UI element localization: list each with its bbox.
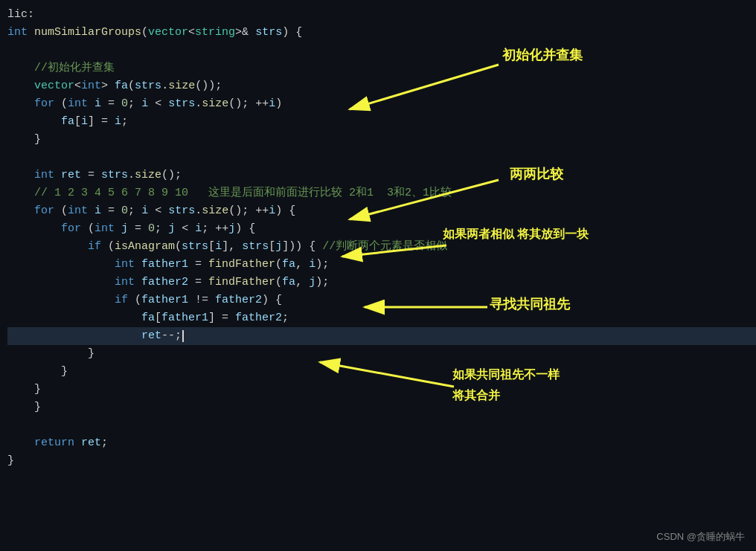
code-line: if (isAnagram(strs[i], strs[j])) { //判断两…	[7, 238, 756, 256]
code-line: }	[7, 363, 756, 381]
code-line	[7, 149, 756, 167]
code-container: lic: int numSimilarGroups(vector<string>…	[0, 0, 756, 551]
code-line: vector<int> fa(strs.size());	[7, 77, 756, 95]
code-line: }	[7, 345, 756, 363]
code-line: }	[7, 399, 756, 416]
code-line: int numSimilarGroups(vector<string>& str…	[7, 24, 756, 42]
code-line: for (int j = 0; j < i; ++j) {	[7, 220, 756, 238]
code-line: if (father1 != father2) {	[7, 291, 756, 309]
code-line: }	[7, 452, 756, 470]
code-line	[7, 416, 756, 434]
code-line: fa[i] = i;	[7, 113, 756, 131]
code-line: int father1 = findFather(fa, i);	[7, 256, 756, 274]
code-block: lic: int numSimilarGroups(vector<string>…	[0, 0, 756, 551]
code-line: ret--;	[7, 327, 756, 345]
code-line: int father2 = findFather(fa, j);	[7, 274, 756, 291]
csdn-watermark: CSDN @贪睡的蜗牛	[656, 530, 745, 544]
code-line: for (int i = 0; i < strs.size(); ++i) {	[7, 202, 756, 220]
code-line: int ret = strs.size();	[7, 167, 756, 184]
code-line: fa[father1] = father2;	[7, 309, 756, 327]
code-line: return ret;	[7, 434, 756, 452]
code-line: lic:	[7, 6, 756, 24]
code-line: // 1 2 3 4 5 6 7 8 9 10 这里是后面和前面进行比较 2和1…	[7, 184, 756, 202]
code-line: }	[7, 381, 756, 399]
code-line	[7, 42, 756, 59]
code-line: //初始化并查集	[7, 59, 756, 77]
code-line: }	[7, 131, 756, 149]
code-line: for (int i = 0; i < strs.size(); ++i)	[7, 95, 756, 113]
